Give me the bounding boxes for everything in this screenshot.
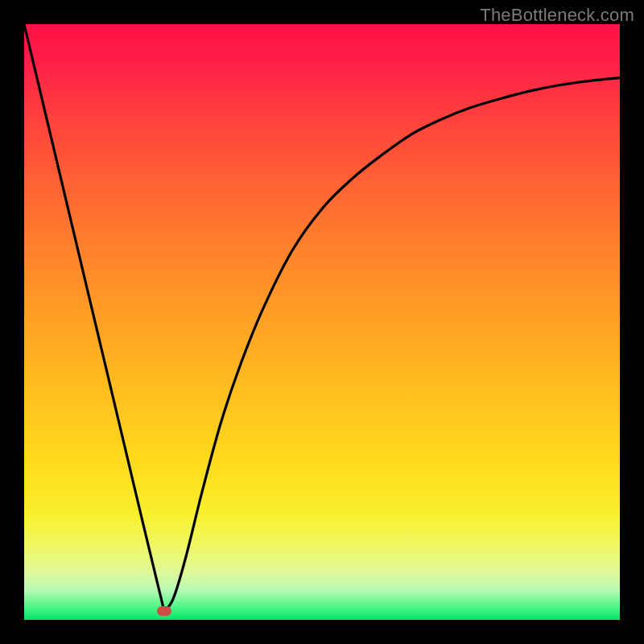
bottleneck-curve xyxy=(24,24,620,611)
watermark-text: TheBottleneck.com xyxy=(480,5,634,26)
chart-svg xyxy=(24,24,620,620)
optimal-point-marker xyxy=(157,606,171,616)
chart-area xyxy=(24,24,620,620)
